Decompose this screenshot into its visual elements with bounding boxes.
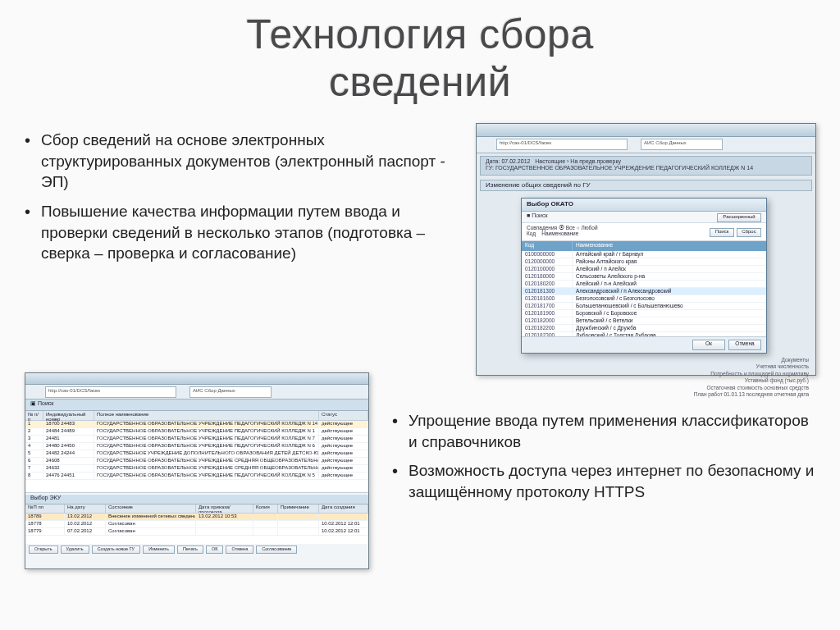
bullet-left-1: Повышение качества информации путем ввод… — [18, 201, 461, 264]
okato-row[interactable]: 0100000000Алтайский край / г Барнаул — [522, 251, 766, 258]
okato-row[interactable]: 0120182000Ветельский / с Ветелки — [522, 317, 766, 325]
table-row[interactable]: 224484 24489ГОСУДАРСТВЕННОЕ ОБРАЗОВАТЕЛЬ… — [25, 428, 368, 436]
action-button-0[interactable]: Открыть — [29, 546, 58, 554]
table-row[interactable]: 118700 24483ГОСУДАРСТВЕННОЕ ОБРАЗОВАТЕЛЬ… — [25, 421, 368, 428]
main-grid: № п/п Индивидуальный номер Полное наимен… — [25, 411, 368, 493]
screenshot-okato: http://cas-01/DCS/faces АИС Сбор Данных … — [476, 123, 816, 376]
side-labels: ДокументыУчетная численностьПотребность … — [645, 357, 809, 399]
action-button-1[interactable]: Удалить — [61, 546, 89, 554]
okato-row[interactable]: 0120180000Сельсоветы Алейского р-на — [522, 273, 766, 281]
okato-row[interactable]: 0120100000Алейский / п Алейск — [522, 266, 766, 273]
detail-grid: №П пп На дату Состояние Дата приказа/про… — [25, 504, 368, 544]
subtitle: Изменение общих сведений по ГУ — [480, 180, 812, 191]
okato-row[interactable]: 0120182200Дружбинский / с Дружба — [522, 325, 766, 332]
okato-row[interactable]: 0120181300Александровский / п Александро… — [522, 288, 766, 295]
modal-title: Выбор ОКАТО — [522, 199, 766, 212]
table-row[interactable]: 424480 24450ГОСУДАРСТВЕННОЕ ОБРАЗОВАТЕЛЬ… — [25, 443, 368, 450]
bullet-right-0: Упрощение ввода путем применения классиф… — [386, 410, 820, 452]
screenshot-list: http://cas-01/DCS/faces АИС Сбор Данных … — [25, 372, 369, 569]
mid-label: Выбор ЭКУ — [25, 495, 368, 504]
table-row[interactable]: 624608ГОСУДАРСТВЕННОЕ ОБРАЗОВАТЕЛЬНОЕ УЧ… — [25, 458, 368, 465]
okato-row[interactable]: 0120181900Боровской / с Боровское — [522, 310, 766, 317]
tab-chip-2: АИС Сбор Данных — [189, 386, 272, 398]
title-line-2: сведений — [329, 59, 511, 105]
search-bar: ▣ Поиск — [25, 399, 368, 411]
action-button-5[interactable]: ОК — [206, 546, 223, 554]
action-button-7[interactable]: Согласование — [256, 546, 297, 554]
okato-modal: Выбор ОКАТО ■ Поиск Совпадения ⦿ Все ○ Л… — [521, 198, 767, 354]
table-row[interactable]: 724632ГОСУДАРСТВЕННОЕ ОБРАЗОВАТЕЛЬНОЕ УЧ… — [25, 465, 368, 472]
button-row: ОткрытьУдалитьСоздать новое ГУИзменитьПе… — [29, 546, 365, 565]
modal-thead: Код Наименование — [522, 241, 766, 251]
url-box-2: http://cas-01/DCS/faces — [45, 386, 176, 398]
action-button-4[interactable]: Печать — [177, 546, 203, 554]
title-line-1: Технология сбора — [246, 11, 594, 57]
search-button[interactable]: Поиск — [710, 228, 734, 237]
header-strip: Дата: 07.02.2012 Настоящие › На предв.пр… — [480, 156, 812, 176]
table-row[interactable]: 824476 24451ГОСУДАРСТВЕННОЕ ОБРАЗОВАТЕЛЬ… — [25, 472, 368, 480]
ok-button[interactable]: Ок — [692, 340, 725, 350]
table-row[interactable]: 324481ГОСУДАРСТВЕННОЕ ОБРАЗОВАТЕЛЬНОЕ УЧ… — [25, 436, 368, 443]
action-button-3[interactable]: Изменить — [143, 546, 175, 554]
tab-chip: АИС Сбор Данных — [641, 139, 723, 150]
slide-title: Технология сбора сведений — [0, 0, 840, 106]
expand-button[interactable]: Расширенный — [717, 213, 761, 222]
bullets-left: Сбор сведений на основе электронных стру… — [18, 130, 461, 272]
cancel-button[interactable]: Отмена — [728, 340, 761, 350]
detail-row[interactable]: 1877907.02.2012Согласован10.02.2012 12:0… — [25, 528, 368, 536]
table-row[interactable]: 524482 24244ГОСУДАРСТВЕННОЕ УЧРЕЖДЕНИЕ Д… — [25, 450, 368, 458]
url-box: http://cas-01/DCS/faces — [496, 139, 628, 150]
bullets-right: Упрощение ввода путем применения классиф… — [386, 410, 820, 511]
action-button-2[interactable]: Создать новое ГУ — [92, 546, 141, 554]
bullet-left-0: Сбор сведений на основе электронных стру… — [18, 130, 461, 193]
detail-row[interactable]: 1877810.02.2012Согласован10.02.2012 12:0… — [25, 521, 368, 528]
okato-row[interactable]: 0120180200Алейский / п-н Алейский — [522, 281, 766, 288]
bullet-right-1: Возможность доступа через интернет по бе… — [386, 460, 820, 502]
detail-row[interactable]: 1878913.02.2012Внесение изменений сетевы… — [25, 514, 368, 521]
reset-button[interactable]: Сброс — [737, 228, 761, 237]
okato-row[interactable]: 0120000000Районы Алтайского края — [522, 258, 766, 266]
okato-row[interactable]: 0120181600Безголосовский / с Безголосово — [522, 295, 766, 303]
action-button-6[interactable]: Отмена — [226, 546, 253, 554]
okato-row[interactable]: 0120181700Большепанюшевский / с Большепа… — [522, 303, 766, 310]
